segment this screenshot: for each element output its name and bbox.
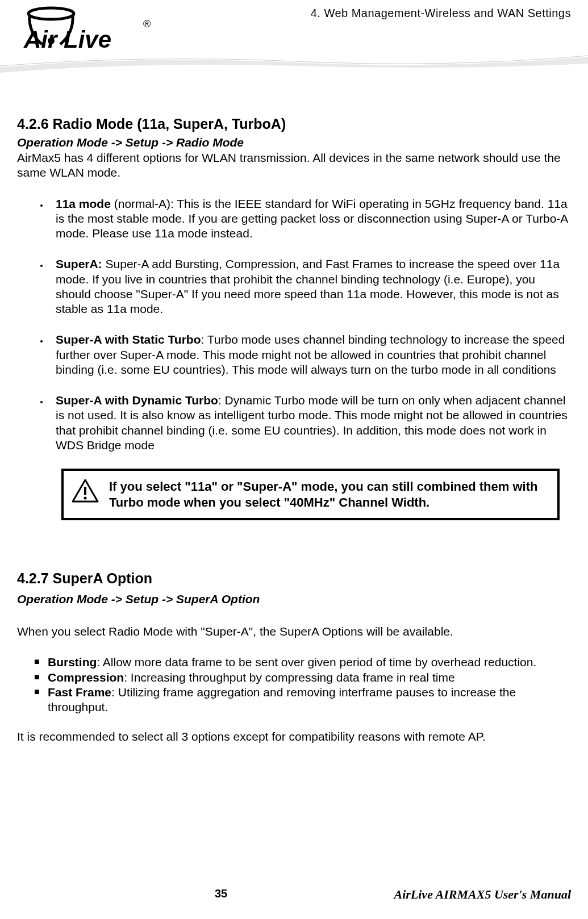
header-row: Air Live ® 4. Web Management-Wireless an… (0, 0, 588, 57)
chapter-title: 4. Web Management-Wireless and WAN Setti… (311, 6, 571, 20)
warning-text: If you select "11a" or "Super-A" mode, y… (109, 479, 549, 510)
page-number: 35 (215, 887, 227, 902)
list-item: Bursting: Allow more data frame to be se… (34, 655, 571, 670)
list-item: Fast Frame: Utilizing frame aggregation … (34, 685, 571, 715)
page-footer: 35 AirLive AIRMAX5 User's Manual (0, 887, 588, 902)
radio-mode-list: 11a mode (normal-A): This is the IEEE st… (49, 197, 571, 453)
section-heading-427: 4.2.7 SuperA Option (17, 570, 571, 587)
supera-option-list: Bursting: Allow more data frame to be se… (34, 655, 571, 715)
intro-426: AirMax5 has 4 different options for WLAN… (17, 151, 571, 181)
list-item: SuperA: Super-A add Bursting, Compressio… (49, 257, 571, 316)
list-item: Super-A with Static Turbo: Turbo mode us… (49, 332, 571, 377)
intro-427: When you select Radio Mode with "Super-A… (17, 624, 571, 639)
list-item: Compression: Increasing throughput by co… (34, 670, 571, 685)
section-heading-426: 4.2.6 Radio Mode (11a, SuperA, TurboA) (17, 116, 571, 132)
list-item: Super-A with Dynamic Turbo: Dynamic Turb… (49, 393, 571, 453)
svg-text:Air Live: Air Live (23, 26, 111, 53)
breadcrumb-427: Operation Mode -> Setup -> SuperA Option (17, 592, 571, 606)
list-item: 11a mode (normal-A): This is the IEEE st… (49, 197, 571, 241)
page-content: 4.2.6 Radio Mode (11a, SuperA, TurboA) O… (0, 76, 588, 745)
svg-text:®: ® (143, 18, 151, 30)
outro-427: It is recommended to select all 3 option… (17, 729, 571, 744)
svg-point-0 (28, 8, 74, 19)
section-427: 4.2.7 SuperA Option Operation Mode -> Se… (17, 570, 571, 745)
airlive-logo: Air Live ® (17, 6, 153, 57)
breadcrumb-426: Operation Mode -> Setup -> Radio Mode (17, 136, 571, 149)
warning-icon (72, 479, 99, 505)
warning-note-box: If you select "11a" or "Super-A" mode, y… (61, 469, 560, 520)
manual-title: AirLive AIRMAX5 User's Manual (394, 887, 571, 902)
svg-rect-4 (84, 487, 86, 495)
svg-point-5 (84, 497, 87, 500)
